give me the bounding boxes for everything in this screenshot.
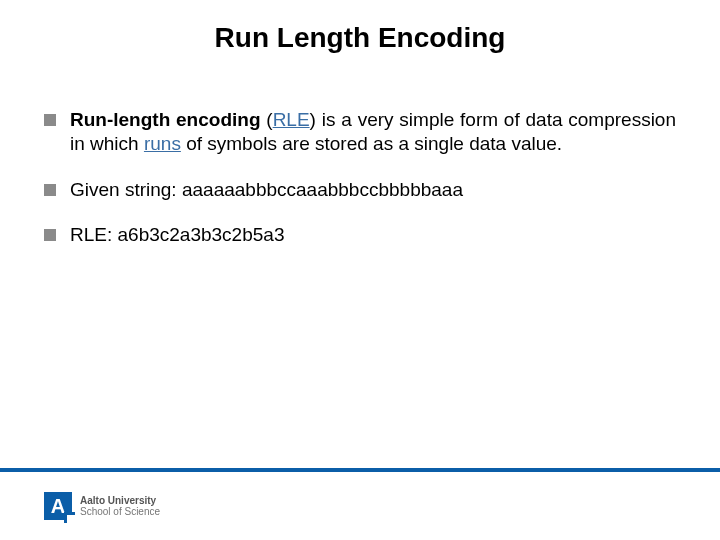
text-run: (: [261, 109, 273, 130]
text-run: of symbols are stored as a single data v…: [181, 133, 562, 154]
text-run: Given string: aaaaaabbbccaaabbbccbbbbbaa…: [70, 179, 463, 200]
footer-logo: A Aalto University School of Science: [44, 492, 160, 520]
bullet-text: Run-length encoding (RLE) is a very simp…: [70, 108, 676, 156]
link-text[interactable]: runs: [144, 133, 181, 154]
aalto-logo-icon: A: [44, 492, 72, 520]
footer-text: Aalto University School of Science: [80, 495, 160, 517]
footer-school: School of Science: [80, 506, 160, 517]
text-run: RLE: a6b3c2a3b3c2b5a3: [70, 224, 284, 245]
bold-text: Run-length encoding: [70, 109, 261, 130]
slide-title: Run Length Encoding: [0, 22, 720, 54]
list-item: RLE: a6b3c2a3b3c2b5a3: [44, 223, 676, 247]
list-item: Given string: aaaaaabbbccaaabbbccbbbbbaa…: [44, 178, 676, 202]
bullet-text: RLE: a6b3c2a3b3c2b5a3: [70, 223, 676, 247]
bullet-list: Run-length encoding (RLE) is a very simp…: [44, 108, 676, 269]
bullet-square-icon: [44, 114, 56, 126]
slide: Run Length Encoding Run-length encoding …: [0, 0, 720, 540]
bullet-square-icon: [44, 184, 56, 196]
divider-line: [0, 468, 720, 472]
link-text[interactable]: RLE: [273, 109, 310, 130]
list-item: Run-length encoding (RLE) is a very simp…: [44, 108, 676, 156]
bullet-square-icon: [44, 229, 56, 241]
bullet-text: Given string: aaaaaabbbccaaabbbccbbbbbaa…: [70, 178, 676, 202]
footer-university: Aalto University: [80, 495, 160, 506]
